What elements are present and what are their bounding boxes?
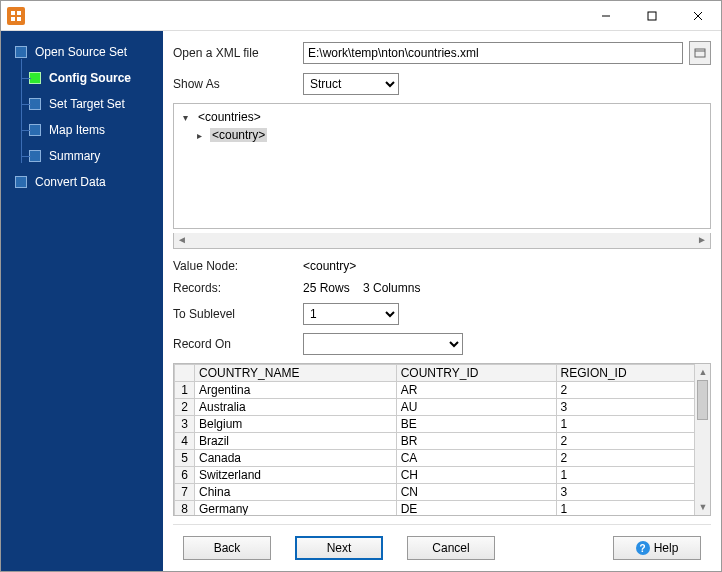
wizard-footer: Back Next Cancel ? Help: [173, 524, 711, 571]
main-panel: Open a XML file Show As Struct: [163, 31, 721, 571]
show-as-label: Show As: [173, 77, 303, 91]
svg-rect-8: [695, 49, 705, 57]
table-cell[interactable]: CN: [396, 484, 556, 501]
table-cell[interactable]: Canada: [195, 450, 397, 467]
row-number: 2: [175, 399, 195, 416]
sidebar-substep-label: Summary: [49, 149, 100, 163]
records-value: 25 Rows 3 Columns: [303, 281, 420, 295]
table-cell[interactable]: 1: [556, 416, 694, 433]
svg-rect-2: [11, 17, 15, 21]
sidebar-step-label: Open Source Set: [35, 45, 127, 59]
table-cell[interactable]: China: [195, 484, 397, 501]
back-button[interactable]: Back: [183, 536, 271, 560]
column-header[interactable]: COUNTRY_NAME: [195, 365, 397, 382]
table-row[interactable]: 4BrazilBR2: [175, 433, 711, 450]
tree-node-label: <country>: [210, 128, 267, 142]
table-vscrollbar[interactable]: ▲ ▼: [694, 364, 710, 515]
sidebar-substep-map-items[interactable]: Map Items: [1, 117, 163, 143]
table-row[interactable]: 3BelgiumBE1: [175, 416, 711, 433]
table-cell[interactable]: 3: [556, 484, 694, 501]
row-number: 7: [175, 484, 195, 501]
expand-icon[interactable]: ▸: [194, 130, 204, 141]
table-cell[interactable]: CA: [396, 450, 556, 467]
table-row[interactable]: 8GermanyDE1: [175, 501, 711, 517]
table-row[interactable]: 1ArgentinaAR2: [175, 382, 711, 399]
cancel-button[interactable]: Cancel: [407, 536, 495, 560]
sidebar-step-label: Convert Data: [35, 175, 106, 189]
help-icon: ?: [636, 541, 650, 555]
table-cell[interactable]: BE: [396, 416, 556, 433]
maximize-button[interactable]: [629, 1, 675, 31]
sidebar-substep-label: Map Items: [49, 123, 105, 137]
collapse-icon[interactable]: ▾: [180, 112, 190, 123]
sidebar-step-open-source-set[interactable]: Open Source Set: [1, 39, 163, 65]
column-header[interactable]: COUNTRY_ID: [396, 365, 556, 382]
row-number: 1: [175, 382, 195, 399]
svg-rect-3: [17, 17, 21, 21]
preview-table-wrap: COUNTRY_NAMECOUNTRY_IDREGION_ID 1Argenti…: [173, 363, 711, 516]
tree-node-countries[interactable]: ▾ <countries>: [180, 108, 704, 126]
record-on-label: Record On: [173, 337, 303, 351]
help-button[interactable]: ? Help: [613, 536, 701, 560]
preview-table[interactable]: COUNTRY_NAMECOUNTRY_IDREGION_ID 1Argenti…: [174, 364, 710, 516]
table-cell[interactable]: CH: [396, 467, 556, 484]
table-cell[interactable]: Germany: [195, 501, 397, 517]
table-row[interactable]: 6SwitzerlandCH1: [175, 467, 711, 484]
wizard-window: Open Source Set Config Source Set Target…: [0, 0, 722, 572]
table-row[interactable]: 7ChinaCN3: [175, 484, 711, 501]
scroll-thumb[interactable]: [697, 380, 708, 420]
table-cell[interactable]: Switzerland: [195, 467, 397, 484]
open-file-input[interactable]: [303, 42, 683, 64]
record-on-select[interactable]: [303, 333, 463, 355]
scroll-right-icon[interactable]: ►: [694, 233, 710, 247]
to-sublevel-label: To Sublevel: [173, 307, 303, 321]
table-row[interactable]: 5CanadaCA2: [175, 450, 711, 467]
next-button[interactable]: Next: [295, 536, 383, 560]
help-label: Help: [654, 541, 679, 555]
table-row[interactable]: 2AustraliaAU3: [175, 399, 711, 416]
sidebar-substep-set-target-set[interactable]: Set Target Set: [1, 91, 163, 117]
table-corner: [175, 365, 195, 382]
table-cell[interactable]: Australia: [195, 399, 397, 416]
records-label: Records:: [173, 281, 303, 295]
app-icon: [7, 7, 25, 25]
row-number: 8: [175, 501, 195, 517]
sidebar-step-convert-data[interactable]: Convert Data: [1, 169, 163, 195]
sidebar-substep-config-source[interactable]: Config Source: [1, 65, 163, 91]
step-marker-icon: [15, 46, 27, 58]
scroll-left-icon[interactable]: ◄: [174, 233, 190, 247]
table-cell[interactable]: 2: [556, 433, 694, 450]
browse-button[interactable]: [689, 41, 711, 65]
table-cell[interactable]: 3: [556, 399, 694, 416]
table-cell[interactable]: AU: [396, 399, 556, 416]
scroll-down-icon[interactable]: ▼: [695, 499, 711, 515]
open-file-label: Open a XML file: [173, 46, 303, 60]
xml-tree[interactable]: ▾ <countries> ▸ <country>: [173, 103, 711, 229]
value-node-value: <country>: [303, 259, 356, 273]
table-cell[interactable]: 1: [556, 467, 694, 484]
table-cell[interactable]: Belgium: [195, 416, 397, 433]
table-cell[interactable]: 1: [556, 501, 694, 517]
show-as-select[interactable]: Struct: [303, 73, 399, 95]
tree-hscrollbar[interactable]: ◄ ►: [173, 233, 711, 249]
table-cell[interactable]: Brazil: [195, 433, 397, 450]
svg-rect-0: [11, 11, 15, 15]
minimize-button[interactable]: [583, 1, 629, 31]
row-number: 3: [175, 416, 195, 433]
tree-node-country[interactable]: ▸ <country>: [180, 126, 704, 144]
table-cell[interactable]: DE: [396, 501, 556, 517]
row-number: 6: [175, 467, 195, 484]
table-cell[interactable]: 2: [556, 382, 694, 399]
column-header[interactable]: REGION_ID: [556, 365, 694, 382]
table-cell[interactable]: BR: [396, 433, 556, 450]
close-button[interactable]: [675, 1, 721, 31]
tree-node-label: <countries>: [196, 110, 263, 124]
wizard-sidebar: Open Source Set Config Source Set Target…: [1, 31, 163, 571]
table-cell[interactable]: AR: [396, 382, 556, 399]
table-cell[interactable]: Argentina: [195, 382, 397, 399]
to-sublevel-select[interactable]: 1: [303, 303, 399, 325]
scroll-up-icon[interactable]: ▲: [695, 364, 711, 380]
row-number: 5: [175, 450, 195, 467]
table-cell[interactable]: 2: [556, 450, 694, 467]
sidebar-substep-summary[interactable]: Summary: [1, 143, 163, 169]
